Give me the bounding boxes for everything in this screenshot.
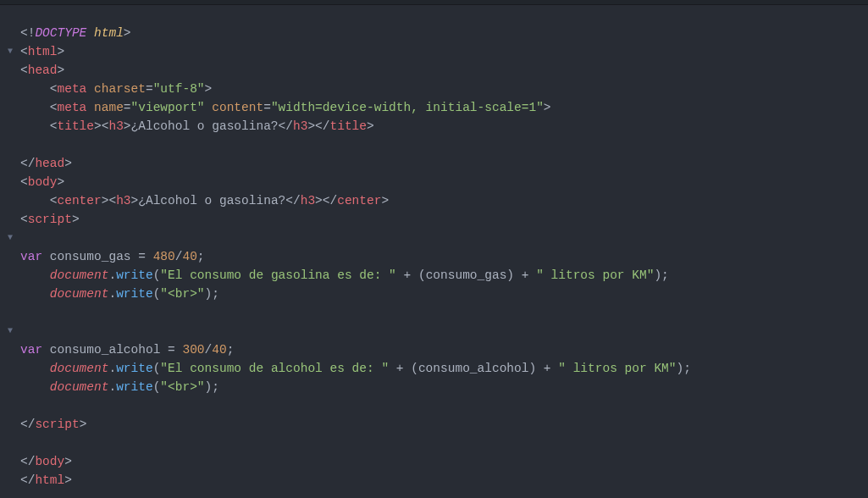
num-40a: 40 xyxy=(182,250,196,263)
obj-document3: document xyxy=(50,362,109,375)
fold-arrow-gas[interactable]: ▼ xyxy=(0,229,20,247)
tag-body-close: body xyxy=(35,455,64,468)
code-text[interactable]: <!DOCTYPE html> <html> <head> <meta char… xyxy=(20,24,868,490)
tag-script-open: script xyxy=(28,213,72,226)
attr-name: name xyxy=(94,101,124,114)
num-40b: 40 xyxy=(212,343,226,357)
tag-title-close: title xyxy=(330,119,368,133)
str-litros1: " litros por KM" xyxy=(536,268,654,282)
str-br2: "<br>" xyxy=(160,380,204,394)
center-text: ¿Alcohol o gasolina? xyxy=(138,194,285,208)
fold-arrow-head[interactable]: ▼ xyxy=(0,42,20,61)
num-300: 300 xyxy=(182,343,204,357)
fold-arrow-line1[interactable] xyxy=(0,5,20,24)
fold-gutter: ▼ ▼ ▼ xyxy=(0,5,20,498)
tag-h3-open1: h3 xyxy=(108,119,123,133)
doctype-keyword: DOCTYPE xyxy=(35,26,86,40)
tag-center-close: center xyxy=(337,194,381,208)
kw-var1: var xyxy=(20,250,42,263)
func-write3: write xyxy=(116,362,153,375)
str-litros2: " litros por KM" xyxy=(558,362,676,375)
obj-document4: document xyxy=(50,380,109,394)
attr-content: content xyxy=(212,101,263,114)
doctype-value: html xyxy=(94,26,124,40)
tag-h3-open2: h3 xyxy=(116,194,130,208)
tag-script-close: script xyxy=(35,418,79,431)
str-gasmsg: "El consumo de gasolina es de: " xyxy=(160,268,395,282)
var-consumo-alcohol: consumo_alcohol xyxy=(50,343,161,357)
var-consumo-alcohol-use: consumo_alcohol xyxy=(418,362,529,375)
func-write4: write xyxy=(116,380,153,394)
tag-meta2: meta xyxy=(58,101,87,114)
doctype-open: <! xyxy=(20,26,35,40)
num-480: 480 xyxy=(153,250,175,263)
chevron-down-icon: ▼ xyxy=(8,326,13,335)
str-viewport: "viewport" xyxy=(131,101,205,114)
str-alcmsg: "El consumo de alcohol es de: " xyxy=(160,362,389,375)
chevron-down-icon: ▼ xyxy=(8,47,13,56)
tag-body-open: body xyxy=(28,175,58,189)
func-write1: write xyxy=(116,268,153,282)
code-editor[interactable]: ▼ ▼ ▼ <!DOCTYPE html> <html> <head> <met… xyxy=(0,5,868,498)
tag-head-open: head xyxy=(28,64,58,77)
kw-var2: var xyxy=(20,343,42,357)
func-write2: write xyxy=(116,287,153,301)
tag-h3-close1: h3 xyxy=(293,119,307,133)
str-utf8: "utf-8" xyxy=(153,82,205,96)
var-consumo-gas-use: consumo_gas xyxy=(426,268,507,282)
obj-document2: document xyxy=(50,287,109,301)
attr-charset: charset xyxy=(94,82,146,96)
str-br1: "<br>" xyxy=(160,287,204,301)
code-area[interactable]: <!DOCTYPE html> <html> <head> <meta char… xyxy=(20,5,868,498)
tag-title-open: title xyxy=(58,119,95,133)
tag-head-close: head xyxy=(35,157,64,170)
var-consumo-gas: consumo_gas xyxy=(50,250,131,263)
fold-arrow-line2[interactable] xyxy=(0,24,20,42)
obj-document1: document xyxy=(50,268,109,282)
chevron-down-icon: ▼ xyxy=(8,233,13,242)
tag-html-close: html xyxy=(35,473,64,487)
tag-meta1: meta xyxy=(58,82,87,96)
title-text: ¿Alcohol o gasolina? xyxy=(131,119,279,133)
fold-arrow-alc[interactable]: ▼ xyxy=(0,322,20,340)
tag-html-open: html xyxy=(28,45,58,58)
tag-h3-close2: h3 xyxy=(301,194,315,208)
tag-center-open: center xyxy=(58,194,102,208)
str-contentval: "width=device-width, initial-scale=1" xyxy=(271,101,544,114)
